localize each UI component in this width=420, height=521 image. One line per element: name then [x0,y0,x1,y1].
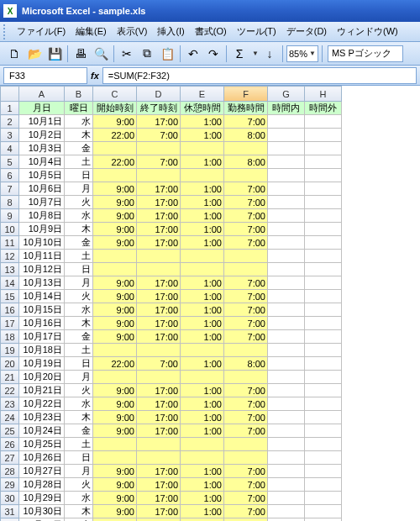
cell[interactable]: 開始時刻 [93,102,137,115]
cell[interactable]: 10月24日 [19,424,65,438]
cell[interactable]: 17:00 [137,236,181,250]
cell[interactable]: 7:00 [224,465,268,478]
cell[interactable]: 日 [65,451,93,465]
cell[interactable] [181,142,224,155]
cell[interactable] [224,438,268,451]
cell[interactable]: 7:00 [224,478,268,492]
cell[interactable]: 10月27日 [19,465,65,478]
column-header-C[interactable]: C [93,87,137,102]
cell[interactable] [268,384,305,397]
cell[interactable] [268,505,305,518]
cell[interactable] [268,478,305,492]
cell[interactable] [305,182,342,196]
cell[interactable]: 1:00 [181,492,224,505]
cell[interactable]: 9:00 [93,411,137,424]
cell[interactable] [268,169,305,182]
cell[interactable]: 7:00 [224,492,268,505]
cell[interactable] [268,397,305,411]
select-all-corner[interactable] [1,87,19,102]
cell[interactable]: 火 [65,384,93,397]
cell[interactable]: 時間内 [268,102,305,115]
cell[interactable]: 水 [65,492,93,505]
cell[interactable]: 10月3日 [19,142,65,155]
cell[interactable] [305,209,342,223]
cell[interactable] [268,236,305,250]
cell[interactable] [305,250,342,263]
cell[interactable]: 10月25日 [19,438,65,451]
row-header[interactable]: 27 [1,451,19,465]
cell[interactable]: 日 [65,169,93,182]
cell[interactable]: 10月22日 [19,397,65,411]
open-icon[interactable]: 📂 [25,45,44,63]
cell[interactable] [181,371,224,384]
cell[interactable] [181,451,224,465]
row-header[interactable]: 8 [1,196,19,209]
row-header[interactable]: 28 [1,465,19,478]
cell[interactable]: 17:00 [137,182,181,196]
cell[interactable]: 1:00 [181,303,224,317]
cell[interactable] [93,438,137,451]
cell[interactable]: 1:00 [181,155,224,169]
row-header[interactable]: 6 [1,169,19,182]
column-header-F[interactable]: F [224,87,268,102]
cell[interactable] [268,344,305,357]
cell[interactable]: 木 [65,411,93,424]
cell[interactable] [305,518,342,522]
cell[interactable] [305,357,342,371]
cell[interactable]: 17:00 [137,209,181,223]
cell[interactable] [305,115,342,129]
cell[interactable] [181,169,224,182]
autosum-icon[interactable]: Σ [230,45,249,63]
cell[interactable]: 1:00 [181,317,224,330]
cell[interactable]: 9:00 [93,115,137,129]
cell[interactable]: 17:00 [137,465,181,478]
cell[interactable] [305,196,342,209]
cut-icon[interactable]: ✂ [118,45,136,63]
cell[interactable] [137,518,181,522]
cell[interactable]: 17:00 [137,223,181,236]
cell[interactable] [93,263,137,276]
cell[interactable]: 7:00 [224,411,268,424]
cell[interactable] [137,250,181,263]
cell[interactable]: 1:00 [181,236,224,250]
cell[interactable]: 10月11日 [19,250,65,263]
cell[interactable]: 1:00 [181,223,224,236]
cell[interactable] [181,438,224,451]
menu-format[interactable]: 書式(O) [190,23,232,40]
menu-file[interactable]: ファイル(F) [12,23,71,40]
cell[interactable]: 1:00 [181,424,224,438]
row-header[interactable]: 22 [1,384,19,397]
cell[interactable]: 17:00 [137,276,181,290]
cell[interactable] [305,411,342,424]
cell[interactable]: 木 [65,223,93,236]
row-header[interactable]: 26 [1,438,19,451]
cell[interactable]: 9:00 [93,223,137,236]
cell[interactable] [268,451,305,465]
row-header[interactable]: 20 [1,357,19,371]
cell[interactable] [268,115,305,129]
cell[interactable]: 月日 [19,102,65,115]
cell[interactable] [305,371,342,384]
cell[interactable] [305,276,342,290]
cell[interactable]: 水 [65,397,93,411]
cell[interactable] [137,371,181,384]
cell[interactable]: 10月20日 [19,371,65,384]
cell[interactable]: 火 [65,478,93,492]
cell[interactable]: 木 [65,129,93,142]
cell[interactable] [305,223,342,236]
cell[interactable] [268,371,305,384]
cell[interactable]: 10月2日 [19,129,65,142]
cell[interactable]: 9:00 [93,303,137,317]
cell[interactable] [305,465,342,478]
cell[interactable] [268,424,305,438]
copy-icon[interactable]: ⧉ [138,45,156,63]
cell[interactable]: 1:00 [181,209,224,223]
cell[interactable]: 休憩時間 [181,102,224,115]
cell[interactable] [224,263,268,276]
cell[interactable] [268,492,305,505]
cell[interactable]: 10月9日 [19,223,65,236]
cell[interactable]: 17:00 [137,290,181,303]
cell[interactable] [137,142,181,155]
cell[interactable] [224,451,268,465]
menu-edit[interactable]: 編集(E) [71,23,112,40]
